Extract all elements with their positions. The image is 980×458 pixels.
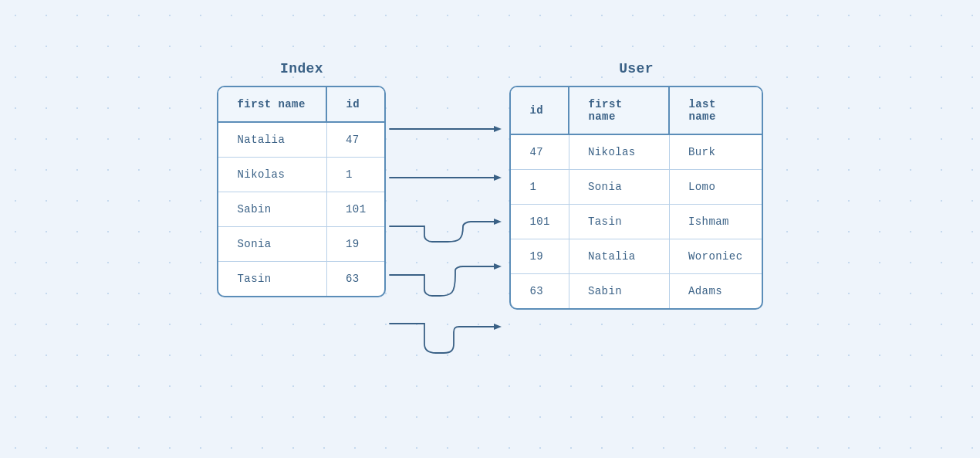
svg-marker-3 xyxy=(494,263,502,270)
user-cell-lastname: Adams xyxy=(669,273,761,308)
user-table-wrapper: User id first name last name 47 Nikolas … xyxy=(509,61,762,310)
user-table-row: 63 Sabin Adams xyxy=(511,273,761,308)
user-cell-id: 1 xyxy=(511,169,569,204)
svg-marker-4 xyxy=(494,324,502,330)
user-cell-id: 19 xyxy=(511,239,569,273)
user-cell-lastname: Ishmam xyxy=(669,204,761,239)
index-table-row: Nikolas 1 xyxy=(218,157,384,192)
index-table-wrapper: Index first name id Natalia 47 Nikolas 1… xyxy=(217,61,386,297)
index-table-row: Tasin 63 xyxy=(218,261,384,296)
user-table-row: 19 Natalia Woroniec xyxy=(511,239,761,273)
index-cell-id: 47 xyxy=(326,122,384,158)
user-col-lastname: last name xyxy=(669,87,761,134)
index-cell-id: 101 xyxy=(326,192,384,226)
index-table-row: Sonia 19 xyxy=(218,226,384,261)
user-col-id: id xyxy=(511,87,569,134)
user-cell-id: 63 xyxy=(511,273,569,308)
user-table-row: 47 Nikolas Burk xyxy=(511,134,761,170)
user-cell-firstname: Natalia xyxy=(569,239,669,273)
svg-marker-0 xyxy=(494,126,502,132)
diagram: Index first name id Natalia 47 Nikolas 1… xyxy=(217,61,762,398)
user-table-row: 1 Sonia Lomo xyxy=(511,169,761,204)
user-table: id first name last name 47 Nikolas Burk … xyxy=(509,86,762,310)
user-cell-lastname: Lomo xyxy=(669,169,761,204)
index-table-row: Sabin 101 xyxy=(218,192,384,226)
index-col-id: id xyxy=(326,87,384,122)
index-cell-id: 19 xyxy=(326,226,384,261)
user-col-firstname: first name xyxy=(569,87,669,134)
user-table-label: User xyxy=(619,61,654,76)
user-table-row: 101 Tasin Ishmam xyxy=(511,204,761,239)
user-cell-firstname: Sonia xyxy=(569,169,669,204)
arrows-svg xyxy=(386,104,509,398)
index-cell-firstname: Tasin xyxy=(218,261,326,296)
index-cell-firstname: Natalia xyxy=(218,122,326,158)
svg-marker-2 xyxy=(494,219,502,225)
index-cell-firstname: Sabin xyxy=(218,192,326,226)
user-cell-firstname: Nikolas xyxy=(569,134,669,170)
user-cell-firstname: Tasin xyxy=(569,204,669,239)
index-cell-id: 63 xyxy=(326,261,384,296)
user-cell-lastname: Burk xyxy=(669,134,761,170)
user-cell-lastname: Woroniec xyxy=(669,239,761,273)
index-table-label: Index xyxy=(280,61,323,76)
index-cell-firstname: Nikolas xyxy=(218,157,326,192)
index-table-row: Natalia 47 xyxy=(218,122,384,158)
user-cell-id: 47 xyxy=(511,134,569,170)
user-cell-id: 101 xyxy=(511,204,569,239)
svg-marker-1 xyxy=(494,175,502,181)
index-table: first name id Natalia 47 Nikolas 1 Sabin… xyxy=(217,86,386,297)
user-cell-firstname: Sabin xyxy=(569,273,669,308)
index-col-firstname: first name xyxy=(218,87,326,122)
index-cell-id: 1 xyxy=(326,157,384,192)
index-cell-firstname: Sonia xyxy=(218,226,326,261)
